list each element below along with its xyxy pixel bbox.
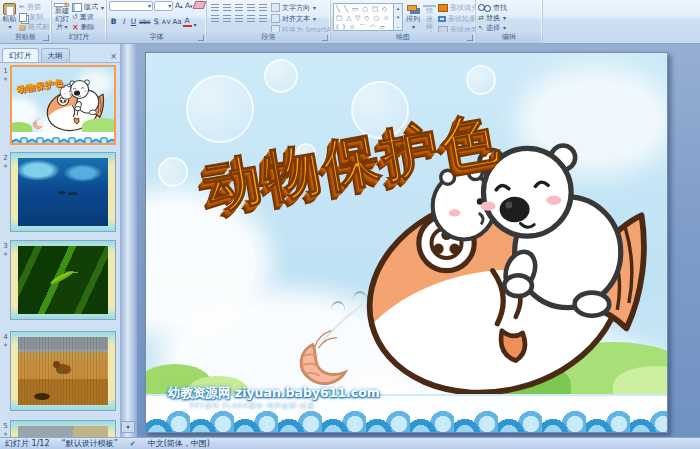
shape-fill-button[interactable]: 形状填充 — [438, 3, 475, 12]
animation-indicator-icon — [2, 341, 9, 348]
align-left-button[interactable] — [209, 14, 220, 23]
shape-outline-button[interactable]: 形状轮廓 — [438, 14, 475, 23]
underline-button[interactable]: U — [129, 17, 138, 27]
slide-number: 4 — [3, 333, 7, 341]
find-button[interactable]: 查找 — [478, 3, 540, 12]
smartart-icon — [271, 25, 280, 32]
slide-counter: 幻灯片 1/12 — [5, 438, 50, 449]
paste-button[interactable]: 粘贴 — [2, 1, 17, 31]
arrange-icon — [407, 5, 417, 11]
convert-to-smartart-button[interactable]: 转换为 SmartArt — [271, 25, 330, 32]
dropdown-arrow-icon — [193, 12, 197, 31]
numbering-button[interactable] — [221, 3, 232, 12]
font-color-button[interactable]: A — [183, 17, 192, 27]
align-text-icon — [271, 14, 280, 23]
clipboard-icon — [3, 3, 16, 15]
justify-button[interactable] — [245, 14, 256, 23]
thumbnail-frame: 动物保护色 — [10, 65, 116, 145]
thumbnail-frame — [10, 152, 116, 232]
numbering-icon — [223, 4, 231, 11]
powerpoint-window: 粘贴 剪切 复制 格式刷 剪贴板 新建 幻灯片 版式 — [0, 0, 700, 449]
replace-button[interactable]: 替换 — [478, 13, 540, 22]
dialog-launcher-icon[interactable] — [322, 35, 328, 41]
align-center-button[interactable] — [221, 14, 232, 23]
shapes-gallery-scrollbar[interactable]: ▴▾⌄ — [394, 3, 403, 31]
font-size-combobox[interactable] — [154, 1, 173, 11]
drawing-group-label: 绘图 — [331, 32, 475, 43]
dialog-launcher-icon[interactable] — [43, 35, 49, 41]
spellcheck-icon[interactable] — [130, 439, 136, 448]
thumbnail-photo-underwater — [18, 158, 108, 226]
arrange-button[interactable]: 排列 — [405, 1, 421, 31]
bubble-decoration — [466, 65, 496, 95]
shape-fill-icon — [438, 4, 448, 12]
shrink-font-button[interactable]: A▾ — [184, 1, 193, 11]
watermark-subtitle: PPT课件·FLASH课件·有声故事·试卷 — [190, 402, 315, 411]
bullets-button[interactable] — [209, 3, 220, 12]
increase-indent-button[interactable] — [245, 3, 256, 12]
panel-splitter[interactable] — [120, 44, 137, 437]
strikethrough-button[interactable]: abc — [139, 17, 151, 27]
columns-button[interactable] — [257, 14, 268, 23]
text-direction-button[interactable]: 文字方向 — [271, 3, 330, 12]
dropdown-arrow-icon — [411, 23, 415, 31]
quick-styles-button[interactable]: 快速样式 — [423, 1, 436, 31]
align-right-button[interactable] — [233, 14, 244, 23]
italic-button[interactable]: I — [119, 17, 128, 27]
panel-tabs: 幻灯片 大纲 × — [0, 46, 120, 63]
slide-canvas[interactable]: 动物保护色 幼教资源网 ziyuan.baby611.com PPT课件·FLA… — [145, 52, 668, 433]
tab-slides[interactable]: 幻灯片 — [2, 48, 39, 62]
layout-button[interactable]: 版式 — [72, 3, 104, 12]
ribbon-group-clipboard: 粘贴 剪切 复制 格式刷 剪贴板 — [0, 0, 52, 43]
align-text-button[interactable]: 对齐文本 — [271, 14, 330, 23]
ribbon-group-drawing: ╲ ╲ ▭ ○ □ ◇ □ △ ▽ ◇ ○ ☆ ( ) ☆ ⌒ ◠ ▱ ▴▾⌄ … — [331, 0, 476, 43]
close-panel-button[interactable]: × — [110, 52, 117, 62]
dialog-launcher-icon[interactable] — [467, 35, 473, 41]
slide-thumbnail-5[interactable]: 5 — [0, 420, 120, 437]
select-button[interactable]: 选择 — [478, 23, 540, 32]
new-slide-button[interactable]: 新建 幻灯片 — [54, 1, 70, 31]
increase-indent-icon — [247, 4, 255, 11]
bold-button[interactable]: B — [109, 17, 118, 27]
scroll-down-button[interactable] — [121, 421, 135, 433]
copy-button[interactable]: 复制 — [19, 13, 49, 22]
format-painter-button[interactable]: 格式刷 — [19, 23, 49, 32]
delete-icon — [72, 23, 79, 33]
slide-number: 1 — [3, 67, 7, 75]
text-shadow-button[interactable]: S — [152, 17, 161, 27]
shape-outline-icon — [438, 16, 446, 22]
slide-thumbnail-2[interactable]: 2 — [0, 152, 120, 232]
thumbnail-photo-grasshopper — [18, 246, 108, 314]
clear-formatting-button[interactable] — [194, 1, 204, 11]
slides-panel: 幻灯片 大纲 × 1 动物保护色 — [0, 44, 137, 437]
reset-button[interactable]: 重设 — [72, 13, 104, 22]
thumbnail-frame — [10, 420, 116, 437]
decrease-indent-button[interactable] — [233, 3, 244, 12]
shape-effects-button[interactable]: 形状效果 — [438, 25, 475, 32]
slide-thumbnail-3[interactable]: 3 — [0, 240, 120, 320]
status-bar: 幻灯片 1/12 “默认设计模板” 中文(简体，中国) — [0, 437, 700, 449]
cursor-icon — [478, 24, 484, 32]
shapes-gallery[interactable]: ╲ ╲ ▭ ○ □ ◇ □ △ ▽ ◇ ○ ☆ ( ) ☆ ⌒ ◠ ▱ — [333, 3, 394, 31]
character-spacing-button[interactable]: AV — [162, 17, 172, 27]
reset-icon — [72, 13, 78, 22]
grow-font-button[interactable]: A▴ — [174, 1, 183, 11]
slide-thumbnail-4[interactable]: 4 — [0, 331, 120, 411]
dialog-launcher-icon[interactable] — [198, 35, 204, 41]
language-indicator[interactable]: 中文(简体，中国) — [148, 438, 210, 449]
clipboard-group-label: 剪贴板 — [0, 32, 51, 43]
delete-slide-button[interactable]: 删除 — [72, 23, 104, 32]
dropdown-arrow-icon — [63, 23, 67, 31]
slide-thumbnail-1[interactable]: 1 动物保护色 — [0, 65, 120, 145]
layout-icon — [72, 3, 82, 12]
ribbon-group-editing: 查找 替换 选择 编辑 — [476, 0, 543, 43]
gallery-expand-icon: ⌄ — [394, 22, 402, 31]
bullets-icon — [211, 4, 219, 11]
cut-button[interactable]: 剪切 — [19, 3, 49, 12]
change-case-button[interactable]: Aa — [173, 17, 182, 27]
justify-icon — [247, 15, 255, 22]
line-spacing-button[interactable] — [257, 3, 268, 12]
tab-outline[interactable]: 大纲 — [41, 48, 70, 62]
font-name-combobox[interactable] — [109, 1, 153, 11]
decrease-indent-icon — [235, 4, 243, 11]
